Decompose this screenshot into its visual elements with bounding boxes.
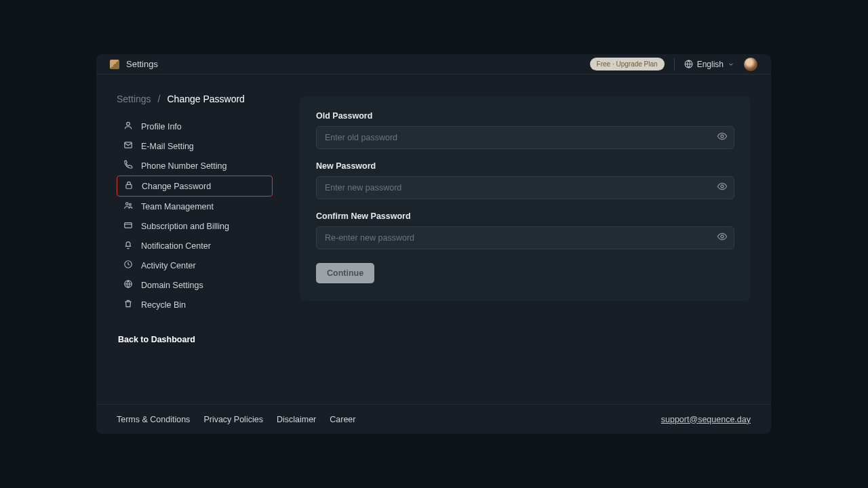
language-label: English [697,60,724,69]
topbar: Settings Free · Upgrade Plan English [96,54,771,75]
confirm-password-input[interactable] [316,226,734,249]
lock-icon [124,180,134,192]
confirm-password-field: Confirm New Password [316,211,734,249]
svg-point-4 [126,203,129,205]
confirm-password-label: Confirm New Password [316,211,734,221]
support-email-link[interactable]: support@sequence.day [661,415,751,424]
breadcrumb: Settings / Change Password [117,94,273,104]
new-password-field: New Password [316,161,734,199]
change-password-card: Old Password New Password Confirm New Pa… [300,96,751,301]
sidebar-item-team-management[interactable]: Team Management [117,197,273,216]
breadcrumb-separator: / [158,94,161,104]
svg-rect-3 [126,184,132,188]
app-logo-icon [110,60,119,69]
breadcrumb-root[interactable]: Settings [117,94,151,104]
sidebar-item-phone-number[interactable]: Phone Number Setting [117,156,273,176]
settings-nav: Profile Info E-Mail Setting Phone Number… [117,117,273,314]
sidebar-item-label: Profile Info [141,122,182,131]
eye-icon[interactable] [717,131,728,144]
footer-link-terms[interactable]: Terms & Conditions [117,415,190,424]
sidebar-item-label: Activity Center [141,261,196,270]
svg-point-11 [721,235,724,238]
main-content: Old Password New Password Confirm New Pa… [300,94,751,404]
footer-links: Terms & Conditions Privacy Policies Disc… [117,415,355,424]
eye-icon[interactable] [717,181,728,195]
topbar-title: Settings [126,59,158,69]
back-to-dashboard-link[interactable]: Back to Dashboard [117,335,273,344]
footer-link-privacy[interactable]: Privacy Policies [203,415,263,424]
sidebar-item-subscription-billing[interactable]: Subscription and Billing [117,216,273,236]
team-icon [123,201,133,212]
footer: Terms & Conditions Privacy Policies Disc… [96,404,771,434]
svg-rect-6 [125,223,132,228]
sidebar-item-activity-center[interactable]: Activity Center [117,256,273,275]
globe-icon [684,60,693,68]
old-password-input[interactable] [316,126,734,149]
left-column: Settings / Change Password Profile Info … [117,94,273,404]
chevron-down-icon [728,61,734,68]
old-password-field: Old Password [316,111,734,149]
continue-button[interactable]: Continue [316,263,374,283]
old-password-label: Old Password [316,111,734,121]
mail-icon [123,140,133,152]
sidebar-item-notification-center[interactable]: Notification Center [117,236,273,256]
new-password-label: New Password [316,161,734,171]
footer-link-disclaimer[interactable]: Disclaimer [277,415,316,424]
globe-icon [123,279,133,291]
svg-point-1 [127,122,130,125]
sidebar-item-profile-info[interactable]: Profile Info [117,117,273,136]
sidebar-item-domain-settings[interactable]: Domain Settings [117,275,273,295]
sidebar-item-email-setting[interactable]: E-Mail Setting [117,136,273,156]
sidebar-item-label: Recycle Bin [141,300,186,310]
sidebar-item-label: E-Mail Setting [141,142,194,151]
user-icon [123,121,133,132]
body: Settings / Change Password Profile Info … [96,75,771,404]
clock-icon [123,260,133,271]
billing-icon [123,220,133,232]
avatar[interactable] [744,58,757,71]
sidebar-item-label: Change Password [142,182,211,191]
sidebar-item-label: Notification Center [141,241,211,251]
trash-icon [123,299,133,310]
new-password-input[interactable] [316,176,734,199]
upgrade-plan-pill[interactable]: Free · Upgrade Plan [590,58,665,70]
app-window: Settings Free · Upgrade Plan English Set… [96,54,771,434]
footer-link-career[interactable]: Career [330,415,355,424]
sidebar-item-change-password[interactable]: Change Password [117,176,273,197]
divider [674,58,675,70]
bell-icon [123,240,133,251]
sidebar-item-label: Domain Settings [141,281,203,290]
sidebar-item-label: Phone Number Setting [141,161,226,171]
svg-point-10 [721,185,724,188]
phone-icon [123,160,133,171]
eye-icon[interactable] [717,231,728,245]
breadcrumb-current: Change Password [167,94,244,104]
svg-point-9 [721,135,724,138]
sidebar-item-label: Team Management [141,202,214,211]
sidebar-item-recycle-bin[interactable]: Recycle Bin [117,295,273,314]
language-selector[interactable]: English [684,60,734,69]
svg-point-5 [129,203,131,205]
sidebar-item-label: Subscription and Billing [141,222,229,231]
